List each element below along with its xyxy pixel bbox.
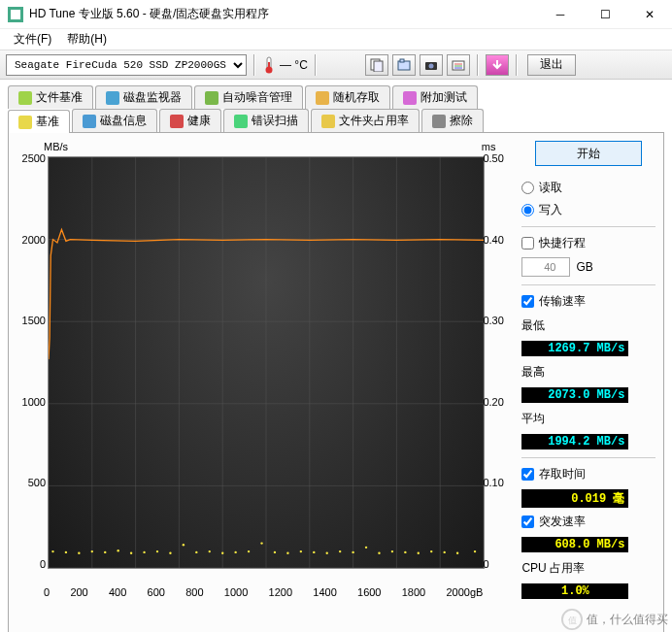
tab-icon	[432, 115, 446, 128]
burst-check[interactable]	[521, 516, 534, 528]
svg-point-60	[274, 551, 276, 553]
svg-rect-16	[106, 91, 119, 105]
min-label: 最低	[521, 317, 655, 334]
svg-rect-20	[18, 116, 32, 129]
svg-point-52	[169, 552, 171, 554]
read-label: 读取	[539, 180, 562, 196]
copy-info-button[interactable]	[365, 54, 388, 76]
toolbar: Seagate FireCuda 520 SSD ZP2000GS — °C 退…	[0, 50, 672, 80]
write-radio[interactable]	[521, 204, 534, 216]
svg-point-67	[365, 547, 367, 549]
svg-point-59	[260, 542, 262, 544]
watermark-icon: 值	[561, 609, 583, 630]
svg-point-65	[339, 550, 341, 552]
window-title: HD Tune 专业版 5.60 - 硬盘/固态硬盘实用程序	[29, 6, 538, 22]
tab-擦除[interactable]: 擦除	[421, 109, 484, 132]
y-right-unit: ms	[482, 141, 496, 152]
tab-随机存取[interactable]: 随机存取	[305, 85, 390, 109]
svg-point-53	[183, 544, 185, 546]
svg-point-43	[51, 550, 53, 552]
read-radio[interactable]	[521, 182, 534, 194]
tab-错误扫描[interactable]: 错误扫描	[223, 109, 309, 132]
transfer-check[interactable]	[521, 295, 534, 308]
svg-point-46	[91, 550, 93, 552]
tab-icon	[234, 115, 248, 128]
max-value: 2073.0 MB/s	[521, 387, 628, 403]
y-right-axis: 0.500.400.300.200.100	[483, 152, 510, 570]
drive-select[interactable]: Seagate FireCuda 520 SSD ZP2000GS	[6, 54, 247, 76]
shortstroke-check[interactable]	[521, 237, 534, 249]
svg-point-64	[326, 552, 328, 554]
svg-rect-1	[11, 10, 20, 19]
svg-point-47	[104, 551, 106, 553]
burst-label: 突发速率	[539, 514, 586, 530]
svg-point-44	[65, 551, 67, 553]
transfer-label: 传输速率	[539, 293, 586, 310]
avg-value: 1994.2 MB/s	[521, 434, 628, 449]
svg-point-63	[313, 551, 315, 553]
write-label: 写入	[539, 202, 562, 218]
tab-基准[interactable]: 基准	[8, 110, 70, 133]
side-panel: 开始 读取 写入 快捷行程 GB 传输速率 最低 1269.7 MB/s 最高 …	[510, 141, 655, 626]
access-label: 存取时间	[539, 466, 586, 482]
min-value: 1269.7 MB/s	[521, 341, 628, 356]
menubar: 文件(F) 帮助(H)	[0, 29, 672, 50]
svg-rect-17	[205, 91, 218, 105]
svg-point-58	[248, 550, 250, 552]
access-value: 0.019 毫	[521, 489, 628, 508]
svg-rect-4	[268, 62, 270, 70]
tab-icon	[18, 116, 32, 129]
svg-point-48	[117, 549, 118, 551]
svg-point-73	[443, 551, 445, 553]
svg-rect-21	[83, 115, 96, 128]
y-left-axis: 25002000150010005000	[17, 152, 46, 570]
shortstroke-unit: GB	[576, 260, 592, 274]
svg-rect-19	[403, 91, 417, 105]
watermark: 值 值，什么值得买	[561, 609, 668, 630]
tab-icon	[18, 91, 32, 105]
svg-rect-22	[170, 115, 184, 128]
svg-rect-23	[234, 115, 248, 128]
menu-file[interactable]: 文件(F)	[6, 29, 59, 50]
maximize-button[interactable]: ☐	[583, 0, 627, 29]
minimize-button[interactable]: ─	[538, 0, 583, 29]
tab-自动噪音管理[interactable]: 自动噪音管理	[194, 85, 303, 109]
save-button[interactable]	[486, 54, 509, 76]
shortstroke-input[interactable]	[521, 257, 570, 277]
svg-point-71	[418, 552, 420, 554]
tab-附加测试[interactable]: 附加测试	[392, 85, 478, 109]
benchmark-panel: MB/s ms 25002000150010005000 0.500.400.3…	[8, 132, 664, 632]
tab-icon	[83, 115, 96, 128]
screenshot-button[interactable]	[420, 54, 443, 76]
tab-健康[interactable]: 健康	[159, 109, 221, 132]
tab-icon	[205, 91, 218, 105]
svg-point-68	[378, 552, 380, 554]
tab-文件夹占用率[interactable]: 文件夹占用率	[311, 109, 420, 132]
cpu-value: 1.0%	[521, 583, 628, 599]
titlebar: HD Tune 专业版 5.60 - 硬盘/固态硬盘实用程序 ─ ☐ ✕	[0, 0, 672, 29]
close-button[interactable]: ✕	[627, 0, 672, 29]
menu-help[interactable]: 帮助(H)	[59, 29, 115, 50]
avg-label: 平均	[521, 411, 655, 427]
tab-文件基准[interactable]: 文件基准	[8, 85, 93, 109]
svg-rect-18	[316, 91, 329, 105]
svg-point-45	[78, 552, 80, 554]
exit-button[interactable]: 退出	[527, 54, 576, 76]
access-check[interactable]	[521, 468, 534, 481]
max-label: 最高	[521, 364, 655, 381]
svg-rect-15	[18, 91, 32, 105]
temperature-value: — °C	[280, 58, 308, 72]
svg-rect-24	[321, 115, 335, 128]
tab-area: 文件基准磁盘监视器自动噪音管理随机存取附加测试 基准磁盘信息健康错误扫描文件夹占…	[0, 80, 672, 132]
start-button[interactable]: 开始	[535, 141, 642, 166]
svg-point-54	[195, 551, 197, 553]
copy-screenshot-button[interactable]	[392, 54, 416, 76]
tab-磁盘信息[interactable]: 磁盘信息	[72, 109, 157, 132]
y-left-unit: MB/s	[44, 141, 68, 152]
tab-磁盘监视器[interactable]: 磁盘监视器	[95, 85, 192, 109]
settings-button[interactable]	[447, 54, 470, 76]
temperature-display: — °C	[262, 56, 308, 74]
svg-point-74	[456, 552, 458, 554]
tab-icon	[170, 115, 184, 128]
svg-point-66	[352, 551, 353, 553]
